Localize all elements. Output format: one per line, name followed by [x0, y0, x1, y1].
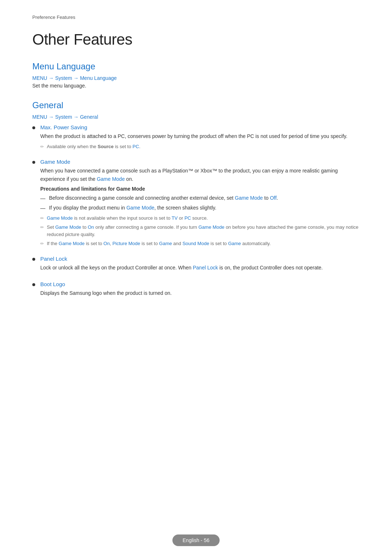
dash-item: — If you display the product menu in Gam…	[40, 204, 360, 212]
bullet-dot	[32, 283, 35, 286]
menu-path-menu-language: MENU → System → Menu Language	[32, 75, 360, 81]
page-title: Other Features	[32, 31, 360, 48]
dash-symbol: —	[40, 204, 45, 212]
bullet-heading-boot-logo: Boot Logo	[40, 281, 360, 287]
bullet-content-panel-lock: Panel Lock Lock or unlock all the keys o…	[40, 256, 360, 275]
note-max-power: ✏ Available only when the Source is set …	[40, 143, 360, 151]
bullet-text-game-mode: When you have connected a game console s…	[40, 167, 360, 183]
bullet-content-game-mode: Game Mode When you have connected a game…	[40, 159, 360, 249]
bullet-heading-panel-lock: Panel Lock	[40, 256, 360, 262]
precautions-heading: Precautions and limitations for Game Mod…	[40, 186, 360, 192]
menu-path-general: MENU → System → General	[32, 114, 360, 120]
bullet-dot	[32, 258, 35, 261]
menu-language-intro: Set the menu language.	[32, 83, 360, 89]
note-text-game-mode-2: Set Game Mode to On only after connectin…	[47, 224, 360, 239]
note-text-max-power: Available only when the Source is set to…	[47, 143, 140, 151]
footer-badge: English - 56	[172, 534, 220, 546]
bullet-text-max-power: When the product is attached to a PC, co…	[40, 132, 360, 140]
list-item: Game Mode When you have connected a game…	[32, 159, 360, 249]
section-title-general: General	[32, 100, 360, 110]
dash-text-2: If you display the product menu in Game …	[49, 204, 216, 212]
bullet-content-boot-logo: Boot Logo Displays the Samsung logo when…	[40, 281, 360, 300]
bullet-heading-game-mode: Game Mode	[40, 159, 360, 165]
note-icon: ✏	[40, 224, 44, 231]
bullet-text-panel-lock: Lock or unlock all the keys on the produ…	[40, 264, 360, 272]
breadcrumb: Preference Features	[32, 15, 360, 20]
section-title-menu-language: Menu Language	[32, 61, 360, 72]
note-icon: ✏	[40, 215, 44, 222]
dash-list: — Before disconnecting a game console an…	[40, 194, 360, 212]
list-item: Boot Logo Displays the Samsung logo when…	[32, 281, 360, 300]
note-text-game-mode-1: Game Mode is not available when the inpu…	[47, 215, 208, 222]
dash-item: — Before disconnecting a game console an…	[40, 194, 360, 202]
dash-text-1: Before disconnecting a game console and …	[49, 194, 278, 202]
bullet-content-max-power: Max. Power Saving When the product is at…	[40, 124, 360, 152]
section-general: General MENU → System → General Max. Pow…	[32, 100, 360, 300]
general-items-list: Max. Power Saving When the product is at…	[32, 124, 360, 300]
note-icon: ✏	[40, 240, 44, 247]
bullet-dot	[32, 161, 35, 164]
dash-symbol: —	[40, 194, 45, 202]
note-icon: ✏	[40, 143, 44, 150]
note-game-mode-1: ✏ Game Mode is not available when the in…	[40, 215, 360, 222]
bullet-heading-max-power: Max. Power Saving	[40, 124, 360, 130]
bullet-text-boot-logo: Displays the Samsung logo when the produ…	[40, 289, 360, 297]
section-menu-language: Menu Language MENU → System → Menu Langu…	[32, 61, 360, 89]
list-item: Max. Power Saving When the product is at…	[32, 124, 360, 152]
note-game-mode-2: ✏ Set Game Mode to On only after connect…	[40, 224, 360, 239]
note-game-mode-3: ✏ If the Game Mode is set to On, Picture…	[40, 240, 360, 248]
list-item: Panel Lock Lock or unlock all the keys o…	[32, 256, 360, 275]
note-text-game-mode-3: If the Game Mode is set to On, Picture M…	[47, 240, 271, 248]
bullet-dot	[32, 126, 35, 129]
